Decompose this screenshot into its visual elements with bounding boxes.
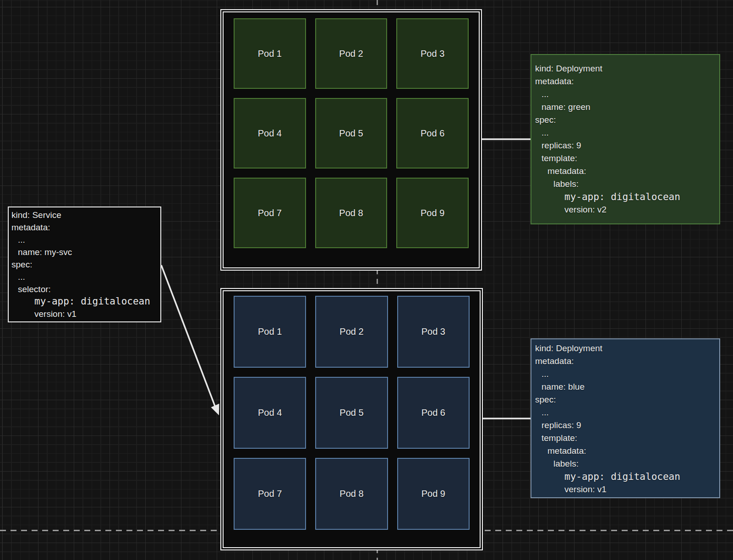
yaml-line: version: v1 (9, 308, 160, 320)
blue-pod-6[interactable]: Pod 6 (397, 377, 470, 449)
green-pod-5[interactable]: Pod 5 (315, 98, 388, 169)
green-pod-8[interactable]: Pod 8 (315, 178, 388, 248)
blue-pod-4[interactable]: Pod 4 (234, 377, 306, 449)
yaml-line: version: v2 (532, 203, 716, 216)
yaml-line: metadata: (532, 165, 716, 178)
yaml-line: spec: (532, 393, 716, 406)
blue-pod-1[interactable]: Pod 1 (234, 296, 306, 368)
green-pod-7[interactable]: Pod 7 (234, 178, 306, 248)
yaml-line: name: my-svc (9, 246, 160, 258)
blue-pod-5[interactable]: Pod 5 (315, 377, 388, 449)
blue-deployment-cluster-inner: Pod 1 Pod 2 Pod 3 Pod 4 Pod 5 Pod 6 Pod … (223, 290, 481, 548)
blue-pod-8[interactable]: Pod 8 (315, 458, 388, 530)
green-deployment-yaml-box[interactable]: kind: Deployment metadata: ... name: gre… (531, 54, 720, 224)
service-yaml-box[interactable]: kind: Service metadata: ... name: my-svc… (8, 207, 161, 322)
yaml-line: selector: (9, 283, 160, 295)
diagram-canvas: { "colors": { "canvas_bg": "#141414", "g… (0, 0, 733, 560)
green-deployment-cluster-inner: Pod 1 Pod 2 Pod 3 Pod 4 Pod 5 Pod 6 Pod … (223, 11, 480, 268)
blue-pod-9[interactable]: Pod 9 (397, 458, 470, 530)
yaml-line: my-app: digitalocean (532, 190, 716, 203)
yaml-line: metadata: (532, 445, 716, 457)
yaml-line: labels: (532, 457, 716, 470)
yaml-line: replicas: 9 (532, 139, 716, 152)
yaml-line: name: green (532, 101, 716, 114)
yaml-line: ... (532, 126, 716, 139)
blue-deployment-yaml-box[interactable]: kind: Deployment metadata: ... name: blu… (531, 338, 720, 498)
blue-pod-7[interactable]: Pod 7 (234, 458, 306, 530)
green-pod-1[interactable]: Pod 1 (234, 18, 306, 89)
yaml-line: ... (9, 234, 160, 246)
yaml-line: ... (9, 271, 160, 283)
green-pod-9[interactable]: Pod 9 (396, 178, 469, 248)
yaml-line: spec: (532, 114, 716, 126)
yaml-line: my-app: digitalocean (9, 295, 160, 308)
yaml-line: kind: Deployment (532, 62, 716, 75)
green-deployment-cluster[interactable]: Pod 1 Pod 2 Pod 3 Pod 4 Pod 5 Pod 6 Pod … (220, 9, 482, 271)
green-pod-3[interactable]: Pod 3 (396, 18, 469, 89)
yaml-line: ... (532, 368, 716, 381)
yaml-line: metadata: (532, 355, 716, 368)
yaml-line: name: blue (532, 381, 716, 393)
yaml-line: kind: Deployment (532, 342, 716, 355)
yaml-line: labels: (532, 178, 716, 190)
blue-deployment-cluster[interactable]: Pod 1 Pod 2 Pod 3 Pod 4 Pod 5 Pod 6 Pod … (220, 288, 483, 550)
yaml-line: replicas: 9 (532, 419, 716, 432)
blue-pod-3[interactable]: Pod 3 (397, 296, 470, 368)
green-pod-6[interactable]: Pod 6 (396, 98, 469, 169)
yaml-line: ... (532, 88, 716, 101)
yaml-line: spec: (9, 258, 160, 271)
yaml-line: template: (532, 152, 716, 165)
yaml-line: my-app: digitalocean (532, 470, 716, 483)
yaml-line: metadata: (9, 221, 160, 234)
blue-pod-2[interactable]: Pod 2 (315, 296, 388, 368)
yaml-line: ... (532, 406, 716, 419)
green-pod-4[interactable]: Pod 4 (234, 98, 306, 169)
yaml-line: kind: Service (9, 209, 160, 221)
yaml-line: template: (532, 432, 716, 445)
service-to-blue-arrow[interactable] (161, 265, 219, 415)
yaml-line: metadata: (532, 75, 716, 88)
yaml-line: version: v1 (532, 483, 716, 496)
green-pod-2[interactable]: Pod 2 (315, 18, 388, 89)
